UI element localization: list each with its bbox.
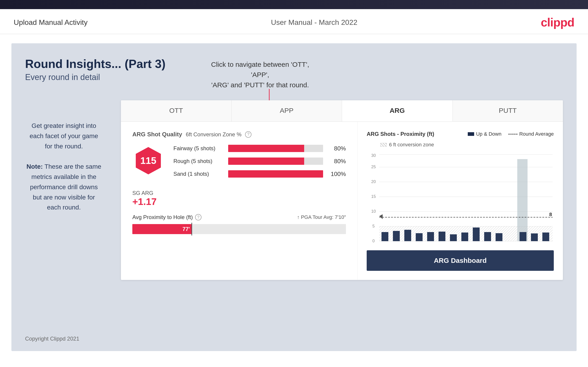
svg-rect-29 xyxy=(461,233,468,241)
svg-text:0: 0 xyxy=(372,239,375,243)
svg-rect-25 xyxy=(416,233,423,241)
nav-hint: Click to navigate between 'OTT', 'APP', … xyxy=(203,59,317,90)
tab-app[interactable]: APP xyxy=(232,100,342,122)
svg-rect-23 xyxy=(393,231,400,241)
svg-rect-32 xyxy=(496,233,502,241)
svg-text:10: 10 xyxy=(371,209,376,214)
legend: Up & Down Round Average xyxy=(468,131,554,137)
bar-wrapper-rough xyxy=(228,158,323,165)
svg-rect-24 xyxy=(404,230,411,241)
svg-rect-22 xyxy=(381,232,388,241)
proximity-header: Avg Proximity to Hole (ft) ? ↑ PGA Tour … xyxy=(132,214,346,220)
panel-header-sub: 6ft Conversion Zone % xyxy=(186,131,242,138)
legend-dashed-line xyxy=(508,134,518,134)
legend-solid-box xyxy=(468,132,474,136)
tab-ott[interactable]: OTT xyxy=(121,100,232,122)
svg-text:5: 5 xyxy=(372,224,375,228)
card-body: ARG Shot Quality 6ft Conversion Zone % ?… xyxy=(121,122,563,280)
svg-rect-33 xyxy=(519,232,526,241)
bar-label-fairway: Fairway (5 shots) xyxy=(173,145,224,152)
sg-value: +1.17 xyxy=(132,196,346,207)
svg-text:15: 15 xyxy=(371,194,376,199)
legend-conversion-label: 6 ft conversion zone xyxy=(389,142,434,148)
svg-marker-37 xyxy=(379,214,383,219)
bar-fill-sand xyxy=(228,170,323,178)
pga-label: ↑ PGA Tour Avg: 7'10" xyxy=(297,214,346,220)
bar-row-fairway: Fairway (5 shots) 80% xyxy=(173,145,346,152)
panel-header-title: ARG Shot Quality xyxy=(132,131,182,138)
svg-text:25: 25 xyxy=(371,165,376,169)
bar-row-rough: Rough (5 shots) 80% xyxy=(173,158,346,165)
score-row: 115 Fairway (5 shots) 80% xyxy=(132,145,346,183)
svg-rect-26 xyxy=(427,232,434,241)
conversion-legend: 6 ft conversion zone xyxy=(380,142,554,148)
arg-dashboard-button[interactable]: ARG Dashboard xyxy=(367,250,554,271)
svg-text:20: 20 xyxy=(371,179,376,184)
svg-rect-28 xyxy=(450,234,457,241)
svg-rect-27 xyxy=(439,232,445,241)
panel-header: ARG Shot Quality 6ft Conversion Zone % ? xyxy=(132,131,346,138)
help-icon[interactable]: ? xyxy=(245,131,251,138)
bar-wrapper-fairway xyxy=(228,145,323,152)
bar-pct-rough: 80% xyxy=(328,158,346,165)
tab-arg[interactable]: ARG xyxy=(342,100,453,122)
sg-label: SG ARG xyxy=(132,190,346,196)
legend-hatched-box xyxy=(380,143,387,147)
sidebar-note: Note: xyxy=(26,163,43,170)
svg-rect-34 xyxy=(531,234,538,241)
header: Upload Manual Activity User Manual - Mar… xyxy=(0,9,588,34)
tabs-container: OTT APP ARG PUTT xyxy=(121,100,563,122)
proximity-label: Avg Proximity to Hole (ft) xyxy=(132,214,193,220)
svg-rect-30 xyxy=(473,227,480,241)
sidebar-text: Get greater insight into each facet of y… xyxy=(25,121,103,213)
bar-pct-sand: 100% xyxy=(328,170,346,178)
proximity-section: Avg Proximity to Hole (ft) ? ↑ PGA Tour … xyxy=(132,214,346,234)
hex-score-value: 115 xyxy=(140,155,156,166)
bar-label-sand: Sand (1 shots) xyxy=(173,171,224,177)
tab-putt[interactable]: PUTT xyxy=(453,100,563,122)
legend-item-round-avg: Round Average xyxy=(508,131,554,137)
proximity-value: 77' xyxy=(182,226,190,232)
bar-wrapper-sand xyxy=(228,170,323,178)
right-title: ARG Shots - Proximity (ft) xyxy=(367,131,434,137)
chart-svg: 0 5 10 15 20 25 30 xyxy=(367,152,554,243)
bar-label-rough: Rough (5 shots) xyxy=(173,158,224,164)
legend-updown-label: Up & Down xyxy=(476,131,501,137)
svg-text:8: 8 xyxy=(549,212,552,217)
upload-manual-activity[interactable]: Upload Manual Activity xyxy=(14,18,88,27)
bar-pct-fairway: 80% xyxy=(328,145,346,152)
proximity-help-icon[interactable]: ? xyxy=(195,214,201,220)
top-bar xyxy=(0,0,588,9)
svg-rect-35 xyxy=(542,233,549,241)
cursor-line xyxy=(191,223,192,235)
bar-fill-rough xyxy=(228,158,304,165)
chart-area: 0 5 10 15 20 25 30 xyxy=(367,152,554,243)
bar-row-sand: Sand (1 shots) 100% xyxy=(173,170,346,178)
bars-container: Fairway (5 shots) 80% Rough (5 shots) xyxy=(173,145,346,183)
proximity-bar-fill: 77' xyxy=(132,224,192,234)
right-panel: ARG Shots - Proximity (ft) Up & Down Rou… xyxy=(358,122,563,280)
clippd-logo: clippd xyxy=(541,16,574,29)
bar-fill-fairway xyxy=(228,145,304,152)
proximity-bar-wrapper: 77' xyxy=(132,224,346,234)
main-card: OTT APP ARG PUTT ARG Shot Quality 6ft Co… xyxy=(121,100,563,280)
hex-score-container: 115 xyxy=(132,145,164,177)
legend-round-avg-label: Round Average xyxy=(519,131,554,137)
main-content: Round Insights... (Part 3) Every round i… xyxy=(11,43,577,351)
right-header: ARG Shots - Proximity (ft) Up & Down Rou… xyxy=(367,131,554,137)
svg-rect-31 xyxy=(484,232,491,241)
left-panel: ARG Shot Quality 6ft Conversion Zone % ?… xyxy=(121,122,358,280)
footer: Copyright Clippd 2021 xyxy=(25,335,79,342)
sg-section: SG ARG +1.17 xyxy=(132,190,346,207)
svg-text:30: 30 xyxy=(371,153,376,158)
legend-item-updown: Up & Down xyxy=(468,131,501,137)
header-center-label: User Manual - March 2022 xyxy=(271,18,357,27)
